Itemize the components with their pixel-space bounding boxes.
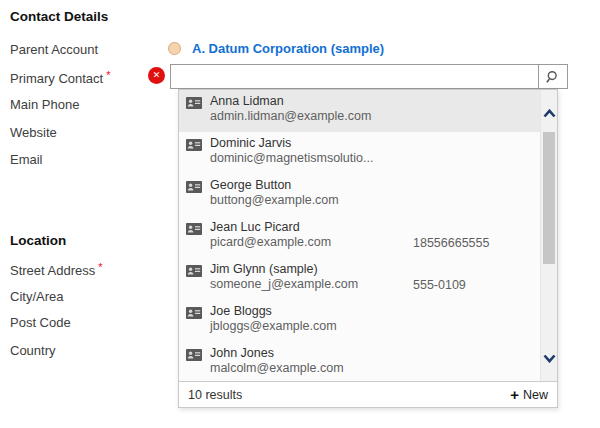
lookup-input[interactable]: [171, 65, 538, 88]
search-button[interactable]: [538, 65, 567, 88]
label-post-code: Post Code: [10, 315, 71, 330]
list-item[interactable]: Jim Glynn (sample) someone_j@example.com…: [179, 258, 557, 300]
scrollbar-thumb[interactable]: [543, 132, 555, 264]
contact-name: Anna Lidman: [210, 94, 371, 109]
contact-name: Jean Luc Picard: [210, 220, 331, 235]
contact-card-icon: [186, 265, 202, 277]
list-item[interactable]: Anna Lidman admin.lidman@example.com: [179, 90, 557, 132]
parent-account-value: A. Datum Corporation (sample): [168, 41, 384, 56]
scrollbar[interactable]: [540, 90, 557, 382]
primary-contact-lookup: [170, 64, 568, 89]
list-item[interactable]: John Jones malcolm@example.com: [179, 342, 557, 382]
new-record-button[interactable]: + New: [510, 387, 548, 402]
required-marker: *: [98, 261, 102, 273]
contact-email: malcolm@example.com: [210, 361, 344, 376]
plus-icon: +: [510, 387, 519, 402]
contact-email: someone_j@example.com: [210, 277, 358, 292]
list-item[interactable]: Jean Luc Picard picard@example.com 18556…: [179, 216, 557, 258]
label-street-address: Street Address*: [10, 261, 103, 278]
contact-email: buttong@example.com: [210, 193, 339, 208]
contact-name: Dominic Jarvis: [210, 136, 373, 151]
results-count: 10 results: [188, 388, 242, 402]
label-country: Country: [10, 343, 56, 358]
lookup-results-list: Anna Lidman admin.lidman@example.com Dom…: [179, 90, 557, 382]
contact-phone: 18556665555: [413, 236, 489, 250]
list-item[interactable]: Dominic Jarvis dominic@magnetismsolutio.…: [179, 132, 557, 174]
scroll-down-button[interactable]: [541, 354, 557, 363]
label-website: Website: [10, 125, 57, 140]
contact-name: Jim Glynn (sample): [210, 262, 358, 277]
section-title-contact-details: Contact Details: [10, 9, 108, 24]
chevron-down-icon: [543, 354, 556, 363]
list-item[interactable]: George Button buttong@example.com: [179, 174, 557, 216]
lookup-results-dropdown: Anna Lidman admin.lidman@example.com Dom…: [178, 89, 558, 408]
label-email: Email: [10, 152, 43, 167]
parent-account-link[interactable]: A. Datum Corporation (sample): [192, 41, 384, 56]
contact-card-icon: [186, 139, 202, 151]
dropdown-footer: 10 results + New: [179, 381, 557, 407]
contact-email: jbloggs@example.com: [210, 319, 337, 334]
contact-name: John Jones: [210, 346, 344, 361]
label-primary-contact: Primary Contact*: [10, 69, 110, 86]
label-main-phone: Main Phone: [10, 97, 79, 112]
contact-name: George Button: [210, 178, 339, 193]
contact-card-icon: [186, 349, 202, 361]
contact-card-icon: [186, 307, 202, 319]
contact-phone: 555-0109: [413, 278, 466, 292]
contact-card-icon: [186, 223, 202, 235]
label-parent-account: Parent Account: [10, 42, 98, 57]
error-icon[interactable]: ✕: [148, 67, 165, 84]
contact-email: picard@example.com: [210, 235, 331, 250]
contact-email: admin.lidman@example.com: [210, 109, 371, 124]
search-icon: [546, 70, 560, 84]
contact-email: dominic@magnetismsolutio...: [210, 151, 373, 166]
section-title-location: Location: [10, 233, 66, 248]
contact-card-icon: [186, 181, 202, 193]
list-item[interactable]: Joe Bloggs jbloggs@example.com: [179, 300, 557, 342]
scroll-up-button[interactable]: [541, 109, 557, 118]
label-city-area: City/Area: [10, 289, 63, 304]
account-avatar-icon: [168, 42, 181, 55]
contact-card-icon: [186, 97, 202, 109]
required-marker: *: [106, 69, 110, 81]
contact-name: Joe Bloggs: [210, 304, 337, 319]
chevron-up-icon: [543, 109, 556, 118]
